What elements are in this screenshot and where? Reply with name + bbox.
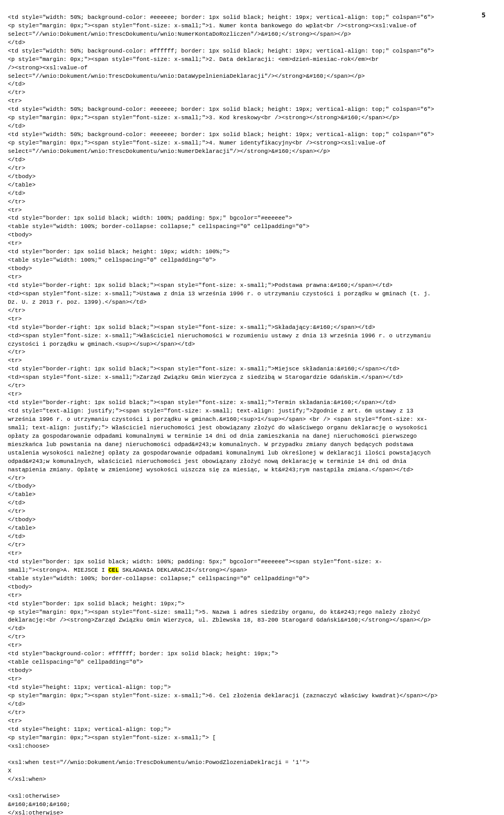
line-64: </tr> xyxy=(8,542,25,548)
line-76: <tr> xyxy=(8,642,22,648)
line-55: nastąpienia zmiany. Opłatę w zmienionej … xyxy=(8,467,413,473)
line-6: <p style="margin: 0px;"><span style="fon… xyxy=(8,56,379,63)
line-43: <td style="border-right: 1px solid black… xyxy=(8,366,400,372)
line-23: </tr> xyxy=(8,199,25,205)
line-14: </td> xyxy=(8,123,25,129)
line-7: /><strong><xsl:value-of xyxy=(8,65,88,71)
line-72: <p style="margin: 0px;"><span style="fon… xyxy=(8,609,421,615)
line-45: </tr> xyxy=(8,383,25,389)
line-37: <tr> xyxy=(8,316,22,322)
line-27: <tbody> xyxy=(8,232,32,238)
line-13: <p style="margin: 0px;"><span style="fon… xyxy=(8,115,400,121)
line-68: <table style="width: 100%; border-collap… xyxy=(8,575,309,582)
line-94: <xsl:otherwise> xyxy=(8,793,60,799)
line-41: </tr> xyxy=(8,349,25,355)
line-66: <td style="border: 1px solid black; widt… xyxy=(8,559,382,565)
line-8: select="//wnio:Dokument/wnio:TrescDokume… xyxy=(8,73,365,79)
line-40: czystości i porządku w gminach.<sup></su… xyxy=(8,341,195,347)
line-29: <td style="border: 1px solid black; heig… xyxy=(8,249,229,255)
line-48: <td style="text-align: justify;"><span s… xyxy=(8,408,413,414)
line-17: select="//wnio:Dokument/wnio:TrescDokume… xyxy=(8,148,330,154)
line-85: <tr> xyxy=(8,718,22,724)
line-35: Dz. U. z 2013 r. poz. 1399).</span></td> xyxy=(8,299,146,305)
line-82: <p style="margin: 0px;"><span style="fon… xyxy=(8,693,438,699)
line-95: &#160;&#160;&#160; xyxy=(8,801,70,808)
line-88: <xsl:choose> xyxy=(8,743,49,749)
line-83: </td> xyxy=(8,701,25,707)
line-57: </tbody> xyxy=(8,483,36,489)
line-92: </xsl:when> xyxy=(8,776,46,782)
line-33: <td style="border-right: 1px solid black… xyxy=(8,282,393,288)
line-58: </table> xyxy=(8,491,36,498)
line-30: <table style="width: 100%;" cellspacing=… xyxy=(8,257,216,263)
line-59: </td> xyxy=(8,500,25,506)
line-52: mieszkańca lub powstania na danej nieruc… xyxy=(8,441,413,448)
line-87: <p style="margin: 0px;"><span style="fon… xyxy=(8,735,216,741)
line-49: września 1996 r. o utrzymaniu czystości … xyxy=(8,416,427,422)
line-20: </tbody> xyxy=(8,173,36,180)
line-96: </xsl:otherwise> xyxy=(8,810,64,815)
line-15: <td style="width: 50%; background-color:… xyxy=(8,131,434,138)
line-32: <tr> xyxy=(8,274,22,280)
line-3: select="//wnio:Dokument/wnio:TrescDokume… xyxy=(8,31,351,37)
line-51: opłaty za gospodarowanie odpadami komuna… xyxy=(8,433,417,439)
line-47: <td style="border-right: 1px solid black… xyxy=(8,399,396,406)
line-26: <table style="width: 100%; border-collap… xyxy=(8,223,309,230)
line-62: </table> xyxy=(8,525,36,531)
code-content: <td style="width: 50%; background-color:… xyxy=(8,5,496,815)
line-18: </td> xyxy=(8,157,25,163)
line-69: <tbody> xyxy=(8,584,32,590)
line-90: <xsl:when test="//wnio:Dokument/wnio:Tre… xyxy=(8,759,309,766)
line-11: <tr> xyxy=(8,98,22,104)
line-5: <td style="width: 50%; background-color:… xyxy=(8,48,434,54)
line-91: X xyxy=(8,768,12,774)
line-77: <td style="background-color: #ffffff; bo… xyxy=(8,651,278,657)
line-81: <td style="height: 11px; vertical-align:… xyxy=(8,684,171,690)
line-67: small;"><strong>A. MIEJSCE I CEL SKŁADAN… xyxy=(8,567,247,573)
line-16: <p style="margin: 0px;"><span style="fon… xyxy=(8,140,386,146)
line-80: <tr> xyxy=(8,676,22,682)
line-84: </tr> xyxy=(8,709,25,716)
line-74: </td> xyxy=(8,625,25,632)
line-70: <tr> xyxy=(8,592,22,599)
line-60: </tr> xyxy=(8,508,25,514)
line-22: </td> xyxy=(8,190,25,197)
line-75: </tr> xyxy=(8,634,25,640)
line-56: </tr> xyxy=(8,475,25,481)
line-71: <td style="border: 1px solid black; heig… xyxy=(8,601,185,607)
line-10: </tr> xyxy=(8,89,25,96)
line-73: deklarację:<br /><strong>Zarząd Związku … xyxy=(8,617,430,623)
line-38: <td style="border-right: 1px solid black… xyxy=(8,324,375,331)
line-24: <tr> xyxy=(8,207,22,213)
line-12: <td style="width: 50%; background-color:… xyxy=(8,106,434,112)
line-53: ustalenia wysokości należnej opłaty za g… xyxy=(8,450,430,456)
line-39: <td><span style="font-size: x-small;">Wł… xyxy=(8,333,430,339)
line-44: <td><span style="font-size: x-small;">Za… xyxy=(8,374,403,380)
line-9: </td> xyxy=(8,81,25,87)
line-86: <td style="height: 11px; vertical-align:… xyxy=(8,726,171,733)
line-4: </td> xyxy=(8,39,25,46)
line-63: </td> xyxy=(8,533,25,540)
line-25: <td style="border: 1px solid black; widt… xyxy=(8,215,292,221)
highlighted-cel: CEL xyxy=(108,567,119,573)
line-28: <tr> xyxy=(8,240,22,246)
line-31: <tbody> xyxy=(8,265,32,272)
line-79: <tbody> xyxy=(8,667,32,674)
line-78: <table cellspacing="0" cellpadding="0"> xyxy=(8,659,143,665)
line-21: </table> xyxy=(8,182,36,188)
line-42: <tr> xyxy=(8,357,22,364)
line-50: small; text-align: justify;"> Właściciel… xyxy=(8,425,427,431)
line-54: odpad&#243;w komunalnych, właściciel nie… xyxy=(8,458,406,465)
line-19: </tr> xyxy=(8,165,25,171)
line-46: <tr> xyxy=(8,391,22,397)
page-container: 5 <td style="width: 50%; background-colo… xyxy=(8,5,496,815)
line-34: <td><span style="font-size: x-small;">Us… xyxy=(8,291,430,297)
line-1: <td style="width: 50%; background-color:… xyxy=(8,14,434,20)
line-36: </tr> xyxy=(8,307,25,314)
line-65: <tr> xyxy=(8,550,22,556)
line-61: </tbody> xyxy=(8,517,36,523)
page-number: 5 xyxy=(481,11,486,20)
line-2: <p style="margin: 0px;"><span style="fon… xyxy=(8,23,417,29)
